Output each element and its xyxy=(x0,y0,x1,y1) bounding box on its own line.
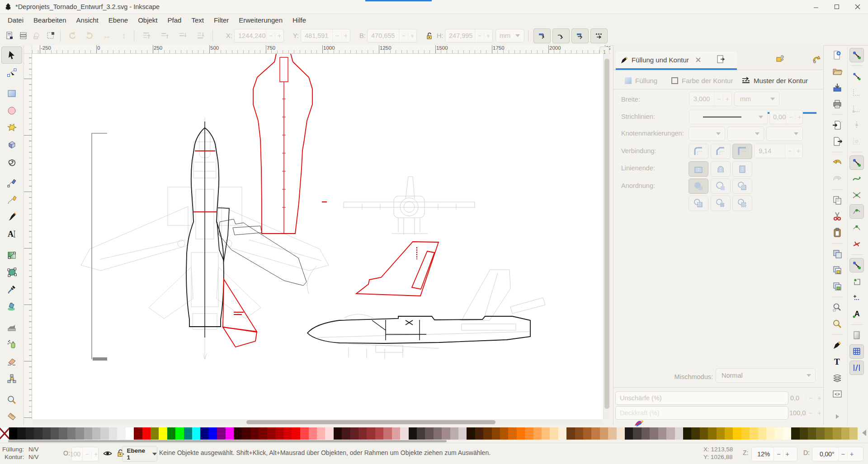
snap-guides-toggle[interactable] xyxy=(849,361,864,375)
unlink-clone-icon[interactable] xyxy=(830,279,844,294)
snap-page-border-toggle[interactable] xyxy=(849,328,864,342)
palette-swatch[interactable] xyxy=(841,427,849,440)
help-dialog-icon[interactable] xyxy=(811,53,822,65)
flip-horizontal-icon[interactable]: ↔ xyxy=(101,30,112,41)
h-minus-button[interactable]: − xyxy=(475,32,484,39)
palette-swatch[interactable] xyxy=(825,427,833,440)
palette-swatch[interactable] xyxy=(75,427,84,440)
palette-swatch[interactable] xyxy=(442,427,450,440)
layer-selector[interactable]: · Ebene 1 xyxy=(122,446,157,462)
snap-smooth-node-toggle[interactable] xyxy=(849,220,864,235)
blur-spin[interactable]: −+ xyxy=(806,393,823,403)
snap-bbox-center-toggle[interactable] xyxy=(849,134,864,149)
lock-ratio-icon[interactable] xyxy=(424,30,435,41)
snap-text-baseline-toggle[interactable]: A xyxy=(849,307,864,321)
tool-paint-bucket[interactable] xyxy=(2,298,22,314)
zoom-field[interactable]: 12%−+ xyxy=(751,447,797,461)
palette-swatch[interactable] xyxy=(317,427,325,440)
tool-node-editor[interactable] xyxy=(2,65,22,81)
tool-connector[interactable] xyxy=(2,370,22,387)
open-document-icon[interactable] xyxy=(830,64,844,79)
palette-swatch[interactable] xyxy=(758,427,766,440)
tool-bezier-pen[interactable] xyxy=(2,192,22,208)
rotate-cw-icon[interactable] xyxy=(84,30,95,41)
palette-swatch[interactable] xyxy=(650,427,658,440)
palette-swatch[interactable] xyxy=(217,427,225,440)
tool-eraser[interactable] xyxy=(2,353,22,370)
cap-square-button[interactable] xyxy=(732,161,752,177)
menu-filter[interactable]: Filter xyxy=(209,15,234,25)
palette-swatch[interactable] xyxy=(550,427,558,440)
snap-bbox-edge-toggle[interactable] xyxy=(849,85,864,100)
select-same-icon[interactable] xyxy=(32,30,42,41)
menu-ebene[interactable]: Ebene xyxy=(104,15,133,25)
xml-editor-icon[interactable]: <> xyxy=(830,387,844,401)
palette-swatch[interactable] xyxy=(500,427,508,440)
join-bevel-button[interactable] xyxy=(711,144,731,159)
palette-swatch[interactable] xyxy=(367,427,375,440)
layer-visibility-eye-icon[interactable] xyxy=(103,450,112,457)
palette-swatch[interactable] xyxy=(309,427,317,440)
palette-swatch[interactable] xyxy=(783,427,791,440)
dash-offset-field[interactable]: 0,00−+ xyxy=(769,110,803,124)
palette-swatch[interactable] xyxy=(109,427,117,440)
snap-path-intersection-toggle[interactable] xyxy=(849,188,864,202)
palette-swatch[interactable] xyxy=(151,427,159,440)
palette-swatch[interactable] xyxy=(126,427,134,440)
order-fill-markers-stroke-button[interactable] xyxy=(711,178,731,194)
palette-swatch[interactable] xyxy=(267,427,275,440)
lower-to-bottom-icon[interactable] xyxy=(195,30,206,41)
palette-swatch[interactable] xyxy=(816,427,824,440)
palette-scroll-left-icon[interactable] xyxy=(862,430,866,436)
palette-swatch[interactable] xyxy=(409,427,417,440)
order-option4-button[interactable] xyxy=(689,196,708,211)
close-tab-icon[interactable] xyxy=(696,57,701,62)
rotate-ccw-icon[interactable] xyxy=(67,30,78,41)
flip-vertical-icon[interactable]: ↕ xyxy=(118,30,129,41)
palette-swatch[interactable] xyxy=(383,427,392,440)
unit-dropdown[interactable]: mm xyxy=(495,29,524,42)
tool-3dbox[interactable] xyxy=(2,137,22,153)
tool-tweak[interactable] xyxy=(2,319,22,336)
menu-hilfe[interactable]: Hilfe xyxy=(288,15,311,25)
copy-icon[interactable] xyxy=(830,193,844,207)
palette-swatch[interactable] xyxy=(774,427,783,440)
palette-swatch[interactable] xyxy=(117,427,125,440)
palette-swatch[interactable] xyxy=(700,427,708,440)
palette-swatch[interactable] xyxy=(642,427,650,440)
tool-measure[interactable] xyxy=(2,408,22,425)
palette-swatch-none[interactable] xyxy=(0,427,9,440)
palette-swatch[interactable] xyxy=(59,427,67,440)
palette-swatch[interactable] xyxy=(42,427,51,440)
snap-line-midpoint-toggle[interactable] xyxy=(849,237,864,251)
palette-swatch[interactable] xyxy=(708,427,716,440)
snap-rotation-center-toggle[interactable] xyxy=(849,291,864,305)
palette-swatch[interactable] xyxy=(450,427,458,440)
palette-swatch[interactable] xyxy=(533,427,542,440)
palette-swatch[interactable] xyxy=(192,427,200,440)
palette-swatch[interactable] xyxy=(467,427,475,440)
menu-objekt[interactable]: Objekt xyxy=(133,15,162,25)
palette-swatch[interactable] xyxy=(800,427,808,440)
rotation-field[interactable]: 0,00°−+ xyxy=(812,447,863,461)
horizontal-scrollbar[interactable] xyxy=(32,419,603,425)
palette-swatch[interactable] xyxy=(675,427,683,440)
tool-spray[interactable] xyxy=(2,337,22,353)
palette-swatch[interactable] xyxy=(134,427,142,440)
w-minus-button[interactable]: − xyxy=(399,32,408,39)
snap-cusp-node-toggle[interactable] xyxy=(849,204,864,219)
palette-swatch[interactable] xyxy=(159,427,167,440)
palette-swatch[interactable] xyxy=(234,427,242,440)
palette-swatch[interactable] xyxy=(591,427,599,440)
palette-swatch[interactable] xyxy=(566,427,575,440)
paste-icon[interactable] xyxy=(830,225,844,240)
y-field[interactable]: 481,591−+ xyxy=(301,29,350,42)
blur-slider[interactable]: Unschärfe (%) xyxy=(615,391,788,405)
order-markers-fill-stroke-button[interactable] xyxy=(689,178,708,194)
stroke-width-field[interactable]: 3,000−+ xyxy=(689,92,732,106)
palette-swatch[interactable] xyxy=(51,427,59,440)
new-document-icon[interactable] xyxy=(830,48,844,62)
palette-swatch[interactable] xyxy=(633,427,641,440)
swatches-dialog-icon[interactable] xyxy=(715,53,726,65)
palette-swatch[interactable] xyxy=(17,427,25,440)
